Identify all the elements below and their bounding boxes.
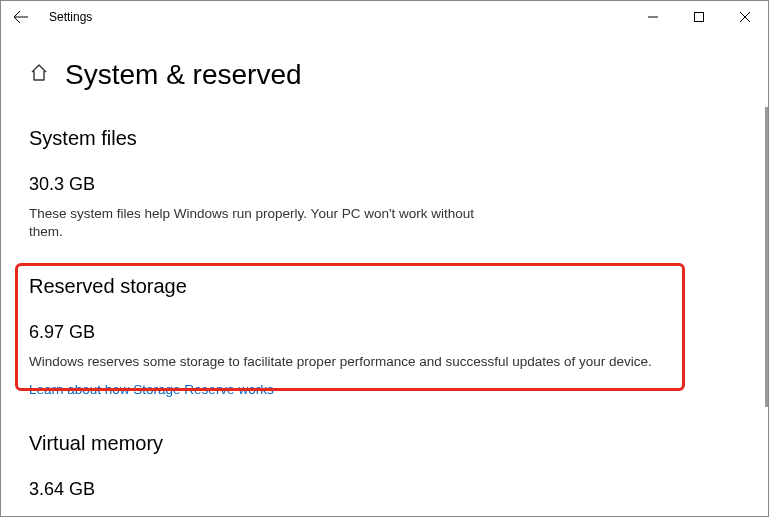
system-files-size: 30.3 GB <box>29 174 740 195</box>
minimize-icon <box>648 12 658 22</box>
close-button[interactable] <box>722 1 768 33</box>
page-title: System & reserved <box>65 59 302 91</box>
window-title: Settings <box>49 10 92 24</box>
system-files-section: System files 30.3 GB These system files … <box>29 127 740 241</box>
minimize-button[interactable] <box>630 1 676 33</box>
reserved-storage-section: Reserved storage 6.97 GB Windows reserve… <box>29 275 740 397</box>
virtual-memory-section: Virtual memory 3.64 GB <box>29 432 740 500</box>
content-area: System & reserved System files 30.3 GB T… <box>1 33 768 516</box>
window-controls <box>630 1 768 33</box>
svg-rect-1 <box>695 13 704 22</box>
home-icon[interactable] <box>29 63 49 87</box>
titlebar: Settings <box>1 1 768 33</box>
virtual-memory-title: Virtual memory <box>29 432 740 455</box>
back-button[interactable] <box>9 5 33 29</box>
reserved-storage-title: Reserved storage <box>29 275 740 298</box>
maximize-icon <box>694 12 704 22</box>
scrollbar[interactable] <box>765 107 768 407</box>
storage-reserve-link[interactable]: Learn about how Storage Reserve works <box>29 382 274 397</box>
system-files-desc: These system files help Windows run prop… <box>29 205 509 241</box>
page-header: System & reserved <box>29 59 740 91</box>
titlebar-left: Settings <box>9 5 92 29</box>
virtual-memory-size: 3.64 GB <box>29 479 740 500</box>
maximize-button[interactable] <box>676 1 722 33</box>
system-files-title: System files <box>29 127 740 150</box>
settings-window: Settings <box>0 0 769 517</box>
reserved-storage-desc: Windows reserves some storage to facilit… <box>29 353 669 371</box>
close-icon <box>740 12 750 22</box>
back-arrow-icon <box>13 9 29 25</box>
reserved-storage-size: 6.97 GB <box>29 322 740 343</box>
